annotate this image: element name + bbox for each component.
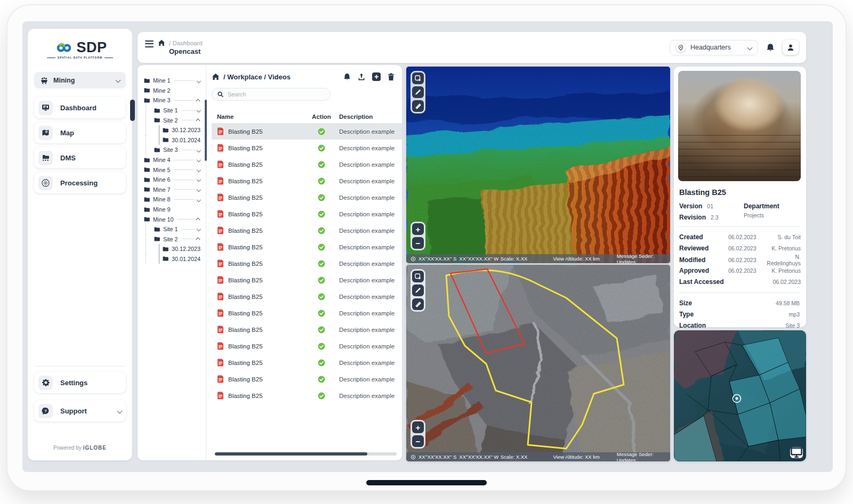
- horizontal-scrollbar-thumb[interactable]: [215, 452, 367, 456]
- approved-check-icon: [318, 326, 325, 334]
- tree-chevron-icon[interactable]: [196, 218, 200, 222]
- sidebar-item-processing[interactable]: Processing: [34, 172, 126, 193]
- sidebar-item-settings[interactable]: Settings: [34, 372, 126, 393]
- table-row[interactable]: Blasting B25 Description example: [212, 123, 402, 140]
- zoom-in-button[interactable]: +: [412, 421, 424, 433]
- elevation-terrain-image: [406, 67, 670, 263]
- tree-chevron-icon[interactable]: [196, 238, 200, 242]
- workspace-selector[interactable]: Mining: [34, 72, 126, 88]
- table-row[interactable]: Blasting B25 Description example: [212, 338, 402, 354]
- tree-chevron-icon[interactable]: [196, 198, 200, 202]
- table-row[interactable]: Blasting B25 Description example: [212, 321, 402, 338]
- table-row[interactable]: Blasting B25 Description example: [212, 173, 402, 189]
- breadcrumb: / Dashboard: [169, 40, 203, 46]
- tree-item[interactable]: Mine 4: [138, 155, 206, 165]
- tree-item[interactable]: 30.01.2024: [138, 254, 206, 264]
- tree-item[interactable]: Mine 8: [138, 194, 206, 205]
- search-input[interactable]: [228, 91, 325, 97]
- tree-item[interactable]: Site 2: [138, 234, 206, 245]
- tree-chevron-icon[interactable]: [196, 108, 200, 112]
- scale-readout: Scale: X.XX: [501, 454, 553, 460]
- tree-item[interactable]: Mine 9: [138, 205, 206, 215]
- add-icon[interactable]: +: [372, 72, 381, 81]
- table-row[interactable]: Blasting B25 Description example: [212, 371, 402, 387]
- tree-chevron-icon[interactable]: [196, 188, 200, 192]
- sidebar-item-map[interactable]: Map: [34, 122, 126, 143]
- tree-item[interactable]: Site 3: [138, 145, 206, 155]
- tree-item[interactable]: Mine 5: [138, 165, 206, 175]
- tree-item-label: Mine 9: [153, 206, 170, 213]
- tree-item[interactable]: Mine 10: [138, 214, 206, 224]
- home-indicator: [366, 480, 487, 485]
- menu-hamburger-icon[interactable]: [145, 40, 154, 47]
- sidebar-item-label: Settings: [60, 379, 87, 387]
- tree-chevron-icon[interactable]: [196, 168, 200, 172]
- measure-ruler-icon[interactable]: [412, 100, 424, 112]
- file-name: Blasting B25: [228, 343, 263, 349]
- tree-item[interactable]: 30.12.2023: [138, 244, 206, 254]
- tree-chevron-icon[interactable]: [196, 177, 200, 182]
- table-row[interactable]: Blasting B25 Description example: [212, 288, 402, 305]
- tree-chevron-icon[interactable]: [196, 99, 200, 103]
- location-selector[interactable]: Headquarters: [670, 40, 758, 55]
- tree-chevron-icon[interactable]: [196, 119, 200, 123]
- horizontal-scrollbar-track[interactable]: [215, 452, 397, 456]
- folder-icon: [144, 217, 150, 222]
- table-row[interactable]: Blasting B25 Description example: [212, 305, 402, 321]
- tree-chevron-icon[interactable]: [196, 158, 200, 162]
- notifications-bell-icon[interactable]: [766, 43, 775, 52]
- tree-item[interactable]: Site 1: [138, 105, 206, 116]
- table-row[interactable]: Blasting B25 Description example: [212, 189, 402, 206]
- fullscreen-monitor-icon[interactable]: [790, 447, 803, 458]
- tree-item[interactable]: Site 1: [138, 224, 206, 234]
- zoom-out-button[interactable]: −: [412, 435, 424, 447]
- sidebar-item-support[interactable]: ? Support: [34, 400, 126, 421]
- elevation-map-view[interactable]: + − XX°XX'XX.XX" S XX°XX'XX.XX" W Scale:…: [406, 67, 670, 263]
- overview-minimap[interactable]: [674, 330, 806, 461]
- tree-chevron-icon[interactable]: [196, 227, 200, 231]
- measure-ruler-icon[interactable]: [412, 298, 424, 310]
- notifications-icon[interactable]: [343, 73, 351, 81]
- select-area-icon[interactable]: [412, 271, 424, 282]
- tree-item[interactable]: Mine 6: [138, 175, 206, 185]
- table-row[interactable]: Blasting B25 Description example: [212, 140, 402, 156]
- table-row[interactable]: Blasting B25 Description example: [212, 387, 402, 404]
- draw-pencil-icon[interactable]: [412, 86, 424, 98]
- approved-check-icon: [318, 194, 325, 201]
- sidebar-item-dms[interactable]: DMS: [34, 147, 126, 168]
- sidebar-item-dashboard[interactable]: Dashboard: [34, 97, 126, 118]
- tree-item[interactable]: Mine 7: [138, 185, 206, 195]
- folder-icon: [144, 78, 150, 83]
- user-avatar-button[interactable]: [783, 40, 799, 55]
- tree-item[interactable]: Site 2: [138, 115, 206, 125]
- home-icon[interactable]: [212, 73, 220, 80]
- tree-item[interactable]: 30.12.2023: [138, 125, 206, 135]
- table-row[interactable]: Blasting B25 Description example: [212, 222, 402, 239]
- table-row[interactable]: Blasting B25 Description example: [212, 239, 402, 255]
- table-row[interactable]: Blasting B25 Description example: [212, 354, 402, 371]
- active-nav-indicator: [130, 100, 135, 121]
- document-icon: [217, 243, 224, 251]
- zoom-in-button[interactable]: +: [412, 223, 424, 235]
- tree-item[interactable]: Mine 2: [138, 86, 206, 96]
- table-row[interactable]: Blasting B25 Description example: [212, 272, 402, 288]
- home-icon[interactable]: [158, 39, 165, 46]
- draw-pencil-icon[interactable]: [412, 284, 424, 296]
- satellite-map-view[interactable]: + − XX°XX'XX.XX" S XX°XX'XX.XX" W Scale:…: [406, 265, 670, 461]
- upload-icon[interactable]: [358, 73, 365, 81]
- table-row[interactable]: Blasting B25 Description example: [212, 206, 402, 222]
- zoom-out-button[interactable]: −: [412, 237, 424, 249]
- settings-gear-icon: [38, 376, 53, 390]
- tree-item[interactable]: Mine 1: [138, 76, 206, 86]
- table-row[interactable]: Blasting B25 Description example: [212, 156, 402, 173]
- file-description: Description example: [339, 161, 402, 168]
- tree-chevron-icon[interactable]: [196, 78, 200, 83]
- table-row[interactable]: Blasting B25 Description example: [212, 255, 402, 272]
- tree-chevron-icon[interactable]: [196, 148, 200, 152]
- tree-item[interactable]: 30.01.2024: [138, 135, 206, 145]
- delete-trash-icon[interactable]: [388, 73, 395, 81]
- tree-leader-line: [174, 100, 194, 101]
- latitude: XX°XX'XX.XX" S: [419, 256, 456, 262]
- select-area-icon[interactable]: [412, 72, 424, 84]
- tree-item[interactable]: Mine 3: [138, 95, 206, 105]
